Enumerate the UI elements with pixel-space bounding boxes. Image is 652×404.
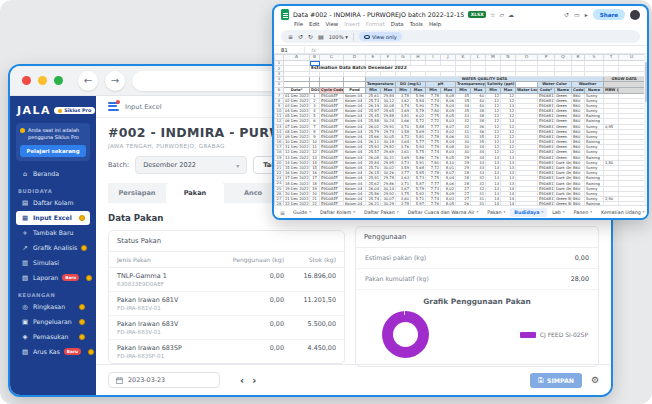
sheet-cell[interactable]: 25,70 <box>366 165 381 170</box>
sidebar-item-pemasukan[interactable]: ◈Pemasukan <box>16 330 90 344</box>
sheet-cell[interactable]: 26,04 <box>366 186 381 191</box>
sidebar-item-ringkasan[interactable]: ◎Ringkasan <box>16 300 90 314</box>
sheet-cell[interactable]: 04 Dec 2022 <box>284 109 310 114</box>
sheet-cell[interactable]: 25,73 <box>366 98 381 103</box>
sheet-cell[interactable]: E9D6817 <box>538 155 555 160</box>
sheet-cell[interactable]: 31 <box>471 202 486 205</box>
sheet-cell[interactable]: E9D6817 <box>538 196 555 201</box>
sheet-cell[interactable]: 7,76 <box>426 202 441 205</box>
sheet-cell[interactable]: 26,02 <box>366 124 381 129</box>
sheet-cell[interactable]: Kolam 04 <box>344 98 366 103</box>
sheet-cell[interactable]: 30,05 <box>381 134 396 139</box>
sheet-cell[interactable] <box>619 202 645 205</box>
comment-icon[interactable]: ▭ <box>574 11 580 18</box>
sheet-cell[interactable]: 15 Dec 2022 <box>284 165 310 170</box>
maximize-window-button[interactable] <box>54 76 63 85</box>
sheet-cell[interactable]: Kolam 04 <box>344 202 366 205</box>
sheet-cell[interactable]: E9D6817 <box>538 165 555 170</box>
sheet-cell[interactable]: 11 Dec 2022 <box>284 145 310 150</box>
sheet-cell[interactable]: E9D6817 <box>538 181 555 186</box>
sheet-cell[interactable]: 30,29 <box>381 202 396 205</box>
sidebar-item-pengeluaran[interactable]: ▣Pengeluaran <box>16 315 90 329</box>
sheet-cell[interactable]: 25,62 <box>366 181 381 186</box>
sheet-cell[interactable]: Kolam 04 <box>344 196 366 201</box>
print-icon[interactable]: ▤ <box>318 33 324 40</box>
sheet-cell[interactable]: E9D6817 <box>538 186 555 191</box>
sheet-cell[interactable]: Kolam 04 <box>344 114 366 119</box>
sidebar-item-input-excel[interactable]: ▦Input Excel <box>16 211 90 225</box>
sheet-cell[interactable]: 30,02 <box>381 165 396 170</box>
sheet-cell[interactable]: 29,69 <box>381 150 396 155</box>
sheet-cell[interactable]: Kolam 04 <box>344 145 366 150</box>
sheet-cell[interactable]: B60 <box>572 202 585 205</box>
sheet-cell[interactable]: Dark Green <box>555 191 572 196</box>
spreadsheet-grid[interactable]: ABCDEFGHIJKLMNOPQRSTU12Estimation Data B… <box>274 54 647 205</box>
sheet-cell[interactable]: 09 Dec 2022 <box>284 134 310 139</box>
sheet-cell[interactable]: Kolam 04 <box>344 160 366 165</box>
all-sheets-icon[interactable]: ≡ <box>280 209 285 216</box>
sheet-cell[interactable]: E9D6817 <box>538 124 555 129</box>
sheet-cell[interactable] <box>516 202 538 205</box>
sheet-tab-daftar-cuaca-dan-warna-air[interactable]: Daftar Cuaca dan Warna Air▾ <box>404 208 483 217</box>
sheet-title[interactable]: Data #002 - INDMIRA - PURWOREJO batch 20… <box>293 11 464 18</box>
sheet-cell[interactable]: 29,82 <box>381 145 396 150</box>
sheet-cell[interactable]: 26 <box>456 202 471 205</box>
move-folder-icon[interactable]: ▱ <box>499 11 504 18</box>
sheet-cell[interactable]: E9D6817 <box>538 98 555 103</box>
sheet-cell[interactable]: 26,08 <box>366 155 381 160</box>
sheet-cell[interactable]: 01 Dec 2022 <box>284 93 310 98</box>
sheet-cell[interactable]: 14 <box>501 202 516 205</box>
sheet-cell[interactable]: 13 Dec 2022 <box>284 155 310 160</box>
sheet-cell[interactable]: E9D6817 <box>538 134 555 139</box>
sheet-cell[interactable] <box>604 202 619 205</box>
sheet-cell[interactable]: 30,14 <box>381 186 396 191</box>
sheet-cell[interactable]: E9D6817 <box>538 171 555 176</box>
menu-help[interactable]: Help <box>429 21 441 27</box>
redo-icon[interactable]: ↻ <box>308 33 313 40</box>
sheet-cell[interactable]: 29,91 <box>381 124 396 129</box>
sheet-cell[interactable]: 25,57 <box>366 150 381 155</box>
sheet-subgroup-header[interactable]: Transparency (cm) <box>456 82 486 87</box>
sheet-cell[interactable]: Kolam 04 <box>344 109 366 114</box>
sidebar-item-tambak-baru[interactable]: +Tambak Baru <box>16 226 90 240</box>
sheet-cell[interactable]: Dark Green <box>555 171 572 176</box>
sheet-tab-daftar-pakan[interactable]: Daftar Pakan▾ <box>360 208 403 217</box>
sheet-cell[interactable]: 26,19 <box>366 103 381 108</box>
sheet-cell[interactable]: Kolam 04 <box>344 119 366 124</box>
sheet-cell[interactable]: 29,95 <box>381 160 396 165</box>
sheet-cell[interactable]: 30,31 <box>381 155 396 160</box>
sheet-cell[interactable]: 12 Dec 2022 <box>284 150 310 155</box>
sheet-cell[interactable]: Kolam 04 <box>344 103 366 108</box>
menu-toggle-icon[interactable] <box>108 102 119 111</box>
sheet-cell[interactable]: Kolam 04 <box>344 165 366 170</box>
sheet-cell[interactable]: 07 Dec 2022 <box>284 124 310 129</box>
sheet-row-number[interactable]: 28 <box>275 202 284 205</box>
cell-name-box[interactable]: B1 <box>281 47 305 53</box>
sheet-cell[interactable]: 29,88 <box>381 114 396 119</box>
sheet-cell[interactable]: E9D6817 <box>538 145 555 150</box>
sheet-cell[interactable]: Dark Green <box>555 186 572 191</box>
sheet-cell[interactable]: Dark Green <box>555 176 572 181</box>
sheet-cell[interactable]: 21 Dec 2022 <box>284 196 310 201</box>
next-day-button[interactable]: › <box>248 375 260 386</box>
sheet-cell[interactable]: 22 <box>310 202 320 205</box>
sheet-cell[interactable]: E9D6817 <box>538 202 555 205</box>
sheet-cell[interactable]: 20 Dec 2022 <box>284 191 310 196</box>
grid-scrollbar[interactable] <box>644 54 647 205</box>
sheet-cell[interactable]: 25,97 <box>366 109 381 114</box>
sidebar-item-grafik-analisis[interactable]: ↗Grafik Analisis <box>16 241 90 255</box>
sheet-subgroup-header[interactable]: Temperature (°C) <box>366 82 396 87</box>
sheet-cell[interactable]: Kolam 04 <box>344 140 366 145</box>
learn-now-button[interactable]: Pelajari sekarang <box>20 145 86 157</box>
sheet-cell[interactable]: 05 Dec 2022 <box>284 114 310 119</box>
sidebar-item-arus-kas[interactable]: ▨Arus KasBaru <box>16 345 90 359</box>
sheet-cell[interactable]: Kolam 04 <box>344 181 366 186</box>
sheet-cell[interactable]: Kolam 04 <box>344 171 366 176</box>
sheet-cell[interactable]: E9D6817 <box>538 109 555 114</box>
sheet-cell[interactable]: 02 Dec 2022 <box>284 98 310 103</box>
back-button[interactable]: ← <box>78 71 98 91</box>
tab-pakan[interactable]: Pakan <box>166 183 224 203</box>
sheet-cell[interactable]: 26,15 <box>366 171 381 176</box>
sheet-cell[interactable]: 16 Dec 2022 <box>284 171 310 176</box>
sheet-cell[interactable]: Kolam 04 <box>344 150 366 155</box>
